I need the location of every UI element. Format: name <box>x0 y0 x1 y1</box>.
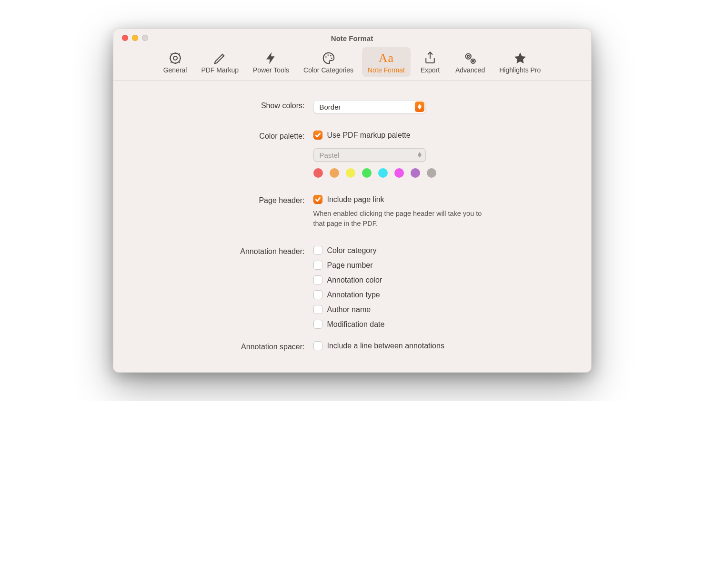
chevron-updown-icon <box>415 101 424 112</box>
row-show-colors: Show colors: Border <box>142 100 563 113</box>
tab-color-categories[interactable]: Color Categories <box>298 47 359 77</box>
author-name-checkbox[interactable] <box>313 305 322 314</box>
tab-label: Highlights Pro <box>499 66 541 74</box>
zoom-icon[interactable] <box>142 35 148 41</box>
window-title: Note Format <box>331 34 373 42</box>
color-swatch <box>378 168 388 178</box>
row-color-palette: Color palette: Use PDF markup palette Pa… <box>142 131 563 178</box>
tab-general[interactable]: General <box>158 47 193 77</box>
annotation-header-label: Annotation header: <box>142 246 313 256</box>
modification-date-checkbox[interactable] <box>313 320 322 329</box>
svg-point-5 <box>331 58 332 59</box>
include-page-link-label: Include page link <box>327 195 384 204</box>
color-swatch <box>394 168 404 178</box>
annotation-type-checkbox[interactable] <box>313 290 322 299</box>
tab-label: Advanced <box>455 66 485 74</box>
color-swatch <box>362 168 372 178</box>
star-icon <box>513 50 527 66</box>
close-icon[interactable] <box>122 35 128 41</box>
annotation-color-label: Annotation color <box>327 276 382 284</box>
titlebar: Note Format <box>113 29 591 47</box>
tab-label: Color Categories <box>303 66 353 74</box>
select-value: Border <box>320 103 341 111</box>
tab-label: Export <box>421 66 440 74</box>
svg-point-7 <box>467 55 469 57</box>
tab-label: PDF Markup <box>201 66 239 74</box>
svg-point-1 <box>170 53 180 63</box>
minimize-icon[interactable] <box>132 35 138 41</box>
gear-icon <box>168 50 182 66</box>
tab-toolbar: General PDF Markup Power Tools Color Cat… <box>113 47 591 81</box>
svg-point-6 <box>466 54 471 59</box>
svg-point-3 <box>327 54 329 56</box>
tab-label: General <box>163 66 187 74</box>
svg-point-9 <box>473 61 474 62</box>
gears-icon <box>463 50 477 66</box>
window-controls <box>122 35 148 41</box>
tab-advanced[interactable]: Advanced <box>450 47 491 77</box>
svg-point-8 <box>471 59 475 63</box>
tab-label: Power Tools <box>253 66 289 74</box>
color-swatch <box>346 168 355 178</box>
pencil-icon <box>213 50 227 66</box>
svg-point-2 <box>325 56 327 58</box>
palette-select: Pastel <box>313 148 426 162</box>
page-number-checkbox[interactable] <box>313 261 322 270</box>
annotation-color-checkbox[interactable] <box>313 275 322 284</box>
color-swatches <box>313 168 436 178</box>
row-annotation-header: Annotation header: Color category Page n… <box>142 246 563 329</box>
row-page-header: Page header: Include page link When enab… <box>142 195 563 229</box>
export-icon <box>423 50 437 66</box>
color-swatch <box>330 168 339 178</box>
tab-note-format[interactable]: Aa Note Format <box>362 47 411 77</box>
preferences-window: Note Format General PDF Markup Power Too… <box>113 29 592 373</box>
show-colors-label: Show colors: <box>142 100 313 110</box>
tab-export[interactable]: Export <box>413 47 447 77</box>
author-name-label: Author name <box>327 305 371 314</box>
annotation-spacer-label: Annotation spacer: <box>142 341 313 351</box>
include-line-checkbox[interactable] <box>313 341 322 350</box>
color-palette-label: Color palette: <box>142 131 313 141</box>
include-line-label: Include a line between annotations <box>327 342 444 350</box>
tab-power-tools[interactable]: Power Tools <box>247 47 295 77</box>
tab-pdf-markup[interactable]: PDF Markup <box>195 47 244 77</box>
show-colors-select[interactable]: Border <box>313 100 426 113</box>
annotation-type-label: Annotation type <box>327 291 380 299</box>
include-page-link-checkbox[interactable] <box>313 195 322 204</box>
tab-label: Note Format <box>368 66 405 74</box>
tab-highlights-pro[interactable]: Highlights Pro <box>493 47 546 77</box>
color-category-label: Color category <box>327 246 377 255</box>
use-pdf-markup-label: Use PDF markup palette <box>327 131 411 140</box>
page-header-hint: When enabled clicking the page header wi… <box>313 209 485 229</box>
form-content: Show colors: Border Color palette: <box>113 81 591 372</box>
palette-icon <box>322 50 336 66</box>
color-swatch <box>411 168 420 178</box>
use-pdf-markup-checkbox[interactable] <box>313 131 322 140</box>
font-icon: Aa <box>379 50 394 66</box>
page-number-label: Page number <box>327 261 373 270</box>
chevron-updown-icon <box>415 150 424 160</box>
svg-point-4 <box>330 55 332 57</box>
color-swatch <box>427 168 436 178</box>
color-category-checkbox[interactable] <box>313 246 322 255</box>
svg-point-0 <box>173 56 177 60</box>
select-value: Pastel <box>320 151 340 159</box>
page-header-label: Page header: <box>142 195 313 205</box>
row-annotation-spacer: Annotation spacer: Include a line betwee… <box>142 341 563 351</box>
bolt-icon <box>264 50 278 66</box>
color-swatch <box>313 168 323 178</box>
modification-date-label: Modification date <box>327 320 385 329</box>
